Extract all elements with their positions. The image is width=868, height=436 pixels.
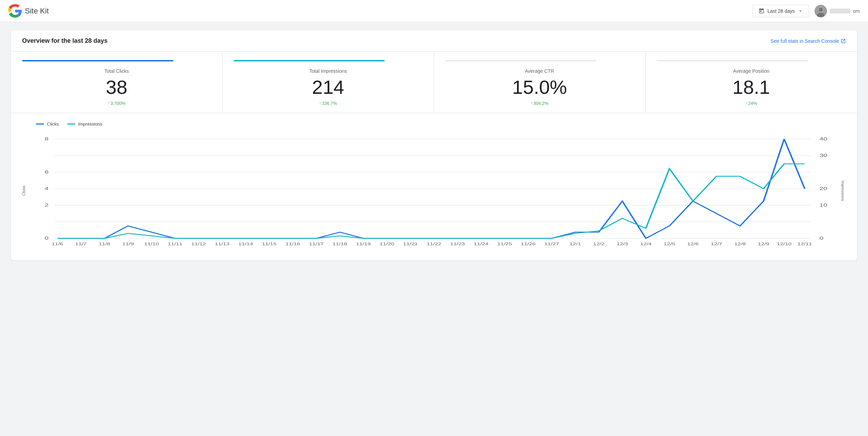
svg-text:12/5: 12/5 — [664, 242, 675, 246]
legend-impressions-line — [67, 123, 75, 125]
avatar-icon — [815, 5, 827, 17]
svg-text:11/12: 11/12 — [191, 242, 206, 246]
svg-text:12/6: 12/6 — [687, 242, 699, 246]
svg-text:10: 10 — [819, 203, 827, 208]
legend-impressions-label: Impressions — [78, 121, 102, 127]
impressions-line — [57, 164, 805, 238]
svg-text:12/1: 12/1 — [569, 242, 581, 246]
logo-area: Site Kit — [8, 4, 49, 18]
svg-text:11/22: 11/22 — [427, 242, 442, 246]
svg-text:11/25: 11/25 — [497, 242, 512, 246]
user-name-redacted — [830, 9, 850, 13]
legend-clicks-label: Clicks — [47, 121, 59, 127]
google-logo-icon — [8, 4, 22, 18]
svg-text:11/13: 11/13 — [215, 242, 230, 246]
svg-text:30: 30 — [819, 153, 827, 158]
svg-text:11/16: 11/16 — [285, 242, 300, 246]
ctr-label: Average CTR — [445, 68, 634, 74]
svg-text:0: 0 — [819, 236, 823, 241]
chart-section: Clicks Impressions Clicks Impressions — [11, 113, 857, 260]
position-label: Average Position — [657, 68, 846, 74]
card-title: Overview for the last 28 days — [22, 37, 108, 44]
chart-svg: 8 6 4 2 0 40 30 20 10 0 11/6 11/7 11/8 — [22, 132, 846, 249]
chart-legend: Clicks Impressions — [36, 121, 846, 127]
metric-avg-position: Average Position 18.1 ↑ 24% — [646, 52, 857, 113]
clicks-arrow-icon: ↑ — [108, 101, 110, 106]
svg-text:20: 20 — [819, 186, 827, 191]
svg-text:4: 4 — [44, 186, 48, 191]
svg-text:11/6: 11/6 — [52, 242, 63, 246]
overview-card: Overview for the last 28 days See full s… — [11, 30, 857, 260]
metric-avg-ctr: Average CTR 15.0% ↑ 304.2% — [434, 52, 646, 113]
clicks-label: Total Clicks — [22, 68, 211, 74]
svg-text:11/11: 11/11 — [168, 242, 183, 246]
svg-text:40: 40 — [819, 137, 827, 141]
svg-text:0: 0 — [44, 236, 48, 241]
header-right: Last 28 days om — [753, 5, 860, 17]
clicks-value: 38 — [22, 77, 211, 98]
main-content: Overview for the last 28 days See full s… — [0, 22, 868, 269]
svg-text:12/7: 12/7 — [711, 242, 722, 246]
svg-point-3 — [817, 13, 825, 17]
chart-container: Clicks Impressions 8 6 4 2 0 — [22, 132, 846, 249]
svg-text:11/26: 11/26 — [521, 242, 536, 246]
ctr-arrow-icon: ↑ — [531, 101, 533, 106]
search-console-link[interactable]: See full stats in Search Console — [771, 38, 846, 44]
metric-total-impressions: Total Impressions 214 ↑ 336.7% — [223, 52, 434, 113]
svg-text:6: 6 — [44, 170, 48, 175]
svg-text:11/14: 11/14 — [238, 242, 253, 246]
svg-text:11/17: 11/17 — [309, 242, 324, 246]
site-kit-label: Site Kit — [25, 7, 49, 16]
position-indicator — [657, 60, 808, 61]
svg-text:11/24: 11/24 — [474, 242, 488, 246]
impressions-indicator — [234, 60, 385, 61]
y-axis-right-label: Impressions — [840, 180, 845, 201]
impressions-change: ↑ 336.7% — [234, 101, 423, 106]
impressions-label: Total Impressions — [234, 68, 423, 74]
ctr-change: ↑ 304.2% — [445, 101, 634, 106]
svg-text:12/11: 12/11 — [797, 242, 812, 246]
svg-text:11/15: 11/15 — [262, 242, 277, 246]
avatar — [815, 5, 827, 17]
metrics-row: Total Clicks 38 ↑ 3,700% Total Impressio… — [11, 52, 857, 113]
y-axis-left-label: Clicks — [22, 186, 26, 196]
svg-point-2 — [819, 8, 823, 12]
svg-text:11/21: 11/21 — [403, 242, 418, 246]
legend-clicks-line — [36, 123, 44, 125]
user-domain: om — [853, 8, 860, 14]
svg-text:11/20: 11/20 — [380, 242, 394, 246]
user-info: om — [815, 5, 860, 17]
external-link-icon — [840, 38, 846, 44]
svg-text:11/27: 11/27 — [544, 242, 559, 246]
svg-text:12/3: 12/3 — [617, 242, 628, 246]
clicks-change: ↑ 3,700% — [22, 101, 211, 106]
svg-text:8: 8 — [44, 137, 48, 141]
chevron-down-icon — [798, 8, 803, 14]
app-header: Site Kit Last 28 days om — [0, 0, 868, 22]
svg-text:11/8: 11/8 — [99, 242, 110, 246]
svg-text:12/10: 12/10 — [777, 242, 791, 246]
legend-impressions: Impressions — [67, 121, 102, 127]
date-range-button[interactable]: Last 28 days — [753, 5, 809, 17]
date-range-label: Last 28 days — [767, 8, 795, 14]
position-arrow-icon: ↑ — [745, 101, 747, 106]
svg-text:11/18: 11/18 — [333, 242, 347, 246]
svg-text:12/9: 12/9 — [758, 242, 769, 246]
svg-text:2: 2 — [44, 203, 48, 208]
ctr-indicator — [445, 60, 596, 61]
card-header: Overview for the last 28 days See full s… — [11, 30, 857, 52]
ctr-value: 15.0% — [445, 77, 634, 98]
svg-text:12/8: 12/8 — [734, 242, 746, 246]
clicks-indicator — [22, 60, 173, 61]
svg-text:12/4: 12/4 — [640, 242, 652, 246]
metric-total-clicks: Total Clicks 38 ↑ 3,700% — [11, 52, 223, 113]
svg-text:11/19: 11/19 — [356, 242, 371, 246]
svg-text:12/2: 12/2 — [593, 242, 604, 246]
svg-text:11/7: 11/7 — [75, 242, 87, 246]
svg-text:11/23: 11/23 — [450, 242, 465, 246]
svg-text:11/9: 11/9 — [122, 242, 134, 246]
svg-text:11/10: 11/10 — [144, 242, 159, 246]
calendar-icon — [758, 8, 765, 14]
impressions-value: 214 — [234, 77, 423, 98]
position-change: ↑ 24% — [657, 101, 846, 106]
